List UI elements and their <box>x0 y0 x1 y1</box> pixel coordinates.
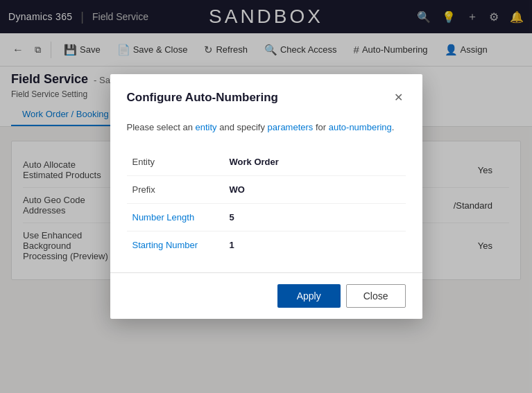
entity-value: Work Order <box>224 148 406 176</box>
number-length-label: Number Length <box>127 203 224 231</box>
number-length-value: 5 <box>224 203 406 231</box>
field-row-prefix: Prefix WO <box>127 175 406 203</box>
desc-auto: auto-numbering <box>329 122 392 132</box>
entity-label: Entity <box>127 148 224 176</box>
desc-entity: entity <box>196 122 217 132</box>
modal-description: Please select an entity and specify para… <box>127 121 406 134</box>
modal-header: Configure Auto-Numbering ✕ <box>110 74 422 115</box>
starting-number-value: 1 <box>224 231 406 259</box>
prefix-value: WO <box>224 175 406 203</box>
modal-title: Configure Auto-Numbering <box>127 91 278 105</box>
field-row-entity: Entity Work Order <box>127 148 406 176</box>
desc-params: parameters <box>268 122 314 132</box>
close-modal-button[interactable]: Close <box>346 284 406 308</box>
starting-number-label: Starting Number <box>127 231 224 259</box>
modal-close-button[interactable]: ✕ <box>391 88 406 107</box>
modal-body: Please select an entity and specify para… <box>110 115 422 272</box>
desc-part1: Please select an <box>127 122 196 132</box>
desc-part3: for <box>313 122 328 132</box>
modal-overlay: Configure Auto-Numbering ✕ Please select… <box>0 0 532 393</box>
apply-button[interactable]: Apply <box>277 284 341 308</box>
prefix-label: Prefix <box>127 175 224 203</box>
modal-footer: Apply Close <box>110 272 422 319</box>
modal-fields-table: Entity Work Order Prefix WO Number Lengt… <box>127 148 406 259</box>
desc-part4: . <box>392 122 395 132</box>
field-row-number-length: Number Length 5 <box>127 203 406 231</box>
field-row-starting-number: Starting Number 1 <box>127 231 406 259</box>
configure-autonumbering-modal: Configure Auto-Numbering ✕ Please select… <box>110 74 422 319</box>
desc-part2: and specify <box>217 122 268 132</box>
